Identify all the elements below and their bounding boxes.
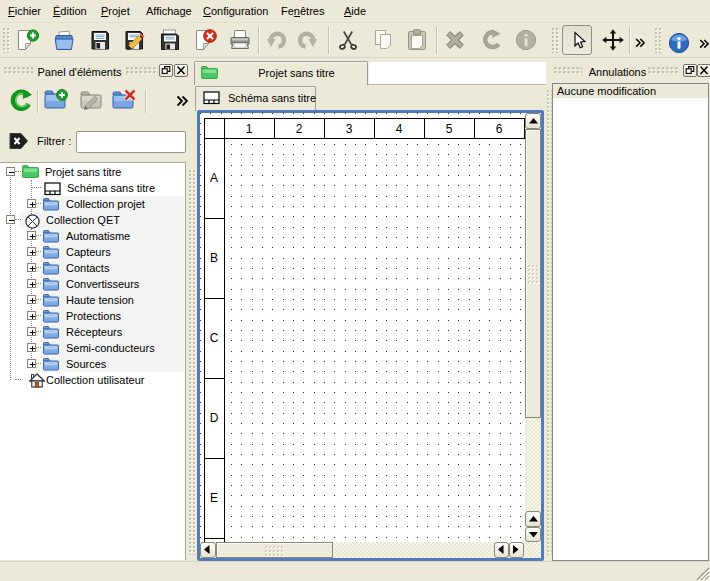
svg-text:B: B [210, 251, 218, 265]
svg-text:2: 2 [296, 122, 303, 136]
svg-text:1: 1 [246, 122, 253, 136]
svg-text:4: 4 [396, 122, 403, 136]
svg-text:D: D [210, 411, 219, 425]
svg-text:C: C [210, 331, 219, 345]
svg-text:E: E [210, 491, 218, 505]
svg-text:5: 5 [446, 122, 453, 136]
svg-text:6: 6 [496, 122, 503, 136]
svg-text:A: A [210, 171, 218, 185]
svg-text:3: 3 [346, 122, 353, 136]
